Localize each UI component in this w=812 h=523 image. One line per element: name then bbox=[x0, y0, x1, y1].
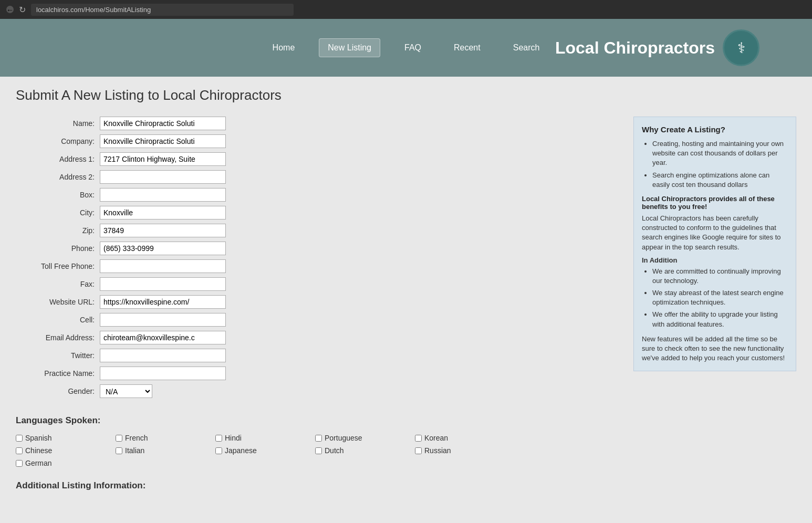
nav-home[interactable]: Home bbox=[264, 39, 304, 57]
lang-french-checkbox[interactable] bbox=[116, 435, 122, 442]
name-row: Name: bbox=[16, 117, 623, 130]
lang-german-label: German bbox=[25, 459, 52, 467]
lang-italian-label: Italian bbox=[125, 446, 144, 455]
address-bar[interactable]: localchiros.com/Home/SubmitAListing bbox=[31, 4, 294, 16]
city-row: City: bbox=[16, 206, 623, 219]
lang-japanese-checkbox[interactable] bbox=[215, 447, 222, 454]
lang-japanese: Japanese bbox=[215, 446, 315, 455]
phone-row: Phone: bbox=[16, 242, 623, 255]
name-label: Name: bbox=[16, 119, 100, 128]
box-label: Box: bbox=[16, 191, 100, 199]
infobox-bullet1-0: Creating, hosting and maintaining your o… bbox=[652, 139, 788, 168]
languages-section: Languages Spoken: Spanish French Hindi P… bbox=[16, 415, 796, 467]
address2-row: Address 2: bbox=[16, 170, 623, 184]
nav-new-listing[interactable]: New Listing bbox=[319, 38, 380, 57]
brand-title: Local Chiropractors bbox=[555, 38, 715, 58]
form-section: Name: Company: Address 1: Address 2: Box… bbox=[16, 117, 623, 402]
infobox-footer: New features will be added all the time … bbox=[642, 334, 788, 363]
email-label: Email Address: bbox=[16, 333, 100, 342]
practice-label: Practice Name: bbox=[16, 369, 100, 378]
lang-hindi-checkbox[interactable] bbox=[215, 435, 222, 442]
nav-faq[interactable]: FAQ bbox=[396, 39, 430, 57]
website-label: Website URL: bbox=[16, 298, 100, 306]
address2-label: Address 2: bbox=[16, 173, 100, 181]
infobox-highlight: Local Chiropractors provides all of thes… bbox=[642, 195, 788, 211]
nav-recent[interactable]: Recent bbox=[445, 39, 489, 57]
name-input[interactable] bbox=[100, 117, 226, 130]
address1-row: Address 1: bbox=[16, 152, 623, 166]
practice-row: Practice Name: bbox=[16, 367, 623, 380]
lang-russian: Russian bbox=[415, 446, 515, 455]
brand: Local Chiropractors ⚕ bbox=[555, 29, 759, 66]
browser-back-btn[interactable]: ← bbox=[6, 6, 14, 13]
infobox-bullet1-1: Search engine optimizations alone can ea… bbox=[652, 171, 788, 190]
company-label: Company: bbox=[16, 137, 100, 145]
lang-korean-checkbox[interactable] bbox=[415, 435, 422, 442]
twitter-input[interactable] bbox=[100, 349, 226, 362]
additional-title: Additional Listing Information: bbox=[16, 480, 796, 491]
lang-spanish-label: Spanish bbox=[25, 434, 52, 442]
lang-spanish: Spanish bbox=[16, 434, 116, 442]
lang-portuguese-checkbox[interactable] bbox=[315, 435, 322, 442]
lang-hindi-label: Hindi bbox=[225, 434, 242, 442]
box-input[interactable] bbox=[100, 188, 226, 202]
lang-french-label: French bbox=[125, 434, 148, 442]
additional-section: Additional Listing Information: bbox=[16, 480, 796, 491]
lang-russian-label: Russian bbox=[424, 446, 451, 455]
lang-chinese-label: Chinese bbox=[25, 446, 52, 455]
lang-italian: Italian bbox=[116, 446, 215, 455]
navbar: Home New Listing FAQ Recent Search Local… bbox=[0, 19, 812, 77]
address1-input[interactable] bbox=[100, 152, 226, 166]
lang-dutch: Dutch bbox=[315, 446, 415, 455]
info-box: Why Create A Listing? Creating, hosting … bbox=[633, 117, 796, 371]
lang-chinese-checkbox[interactable] bbox=[16, 447, 23, 454]
nav-search[interactable]: Search bbox=[505, 39, 548, 57]
phone-label: Phone: bbox=[16, 244, 100, 253]
infobox-bullet2-0: We are committed to continually improvin… bbox=[652, 267, 788, 286]
zip-label: Zip: bbox=[16, 226, 100, 235]
zip-row: Zip: bbox=[16, 224, 623, 237]
lang-chinese: Chinese bbox=[16, 446, 116, 455]
company-input[interactable] bbox=[100, 134, 226, 148]
lang-portuguese: Portuguese bbox=[315, 434, 415, 442]
city-input[interactable] bbox=[100, 206, 226, 219]
address1-label: Address 1: bbox=[16, 155, 100, 163]
lang-hindi: Hindi bbox=[215, 434, 315, 442]
lang-german: German bbox=[16, 459, 116, 467]
email-input[interactable] bbox=[100, 331, 226, 344]
lang-french: French bbox=[116, 434, 215, 442]
lang-dutch-label: Dutch bbox=[325, 446, 344, 455]
infobox-bullet2-1: We stay abreast of the latest search eng… bbox=[652, 288, 788, 307]
tollfree-input[interactable] bbox=[100, 259, 226, 273]
address2-input[interactable] bbox=[100, 170, 226, 184]
page-title: Submit A New Listing to Local Chiropract… bbox=[16, 87, 796, 103]
phone-input[interactable] bbox=[100, 242, 226, 255]
infobox-bullets2: We are committed to continually improvin… bbox=[642, 267, 788, 329]
gender-select[interactable]: N/A Male Female bbox=[100, 384, 152, 398]
cell-input[interactable] bbox=[100, 313, 226, 327]
fax-input[interactable] bbox=[100, 277, 226, 291]
lang-german-checkbox[interactable] bbox=[16, 460, 23, 467]
lang-spanish-checkbox[interactable] bbox=[16, 435, 23, 442]
box-row: Box: bbox=[16, 188, 623, 202]
lang-italian-checkbox[interactable] bbox=[116, 447, 122, 454]
tollfree-label: Toll Free Phone: bbox=[16, 262, 100, 270]
lang-japanese-label: Japanese bbox=[225, 446, 257, 455]
browser-bar: ← ↻ localchiros.com/Home/SubmitAListing bbox=[0, 0, 812, 19]
lang-dutch-checkbox[interactable] bbox=[315, 447, 322, 454]
zip-input[interactable] bbox=[100, 224, 226, 237]
form-layout: Name: Company: Address 1: Address 2: Box… bbox=[16, 117, 796, 402]
gender-row: Gender: N/A Male Female bbox=[16, 384, 623, 398]
infobox-in-addition: In Addition bbox=[642, 256, 788, 264]
browser-refresh-btn[interactable]: ↻ bbox=[19, 5, 26, 15]
practice-input[interactable] bbox=[100, 367, 226, 380]
cell-row: Cell: bbox=[16, 313, 623, 327]
lang-russian-checkbox[interactable] bbox=[415, 447, 422, 454]
lang-korean: Korean bbox=[415, 434, 515, 442]
website-input[interactable] bbox=[100, 295, 226, 309]
city-label: City: bbox=[16, 208, 100, 217]
fax-label: Fax: bbox=[16, 280, 100, 288]
twitter-label: Twitter: bbox=[16, 351, 100, 360]
languages-grid: Spanish French Hindi Portuguese Korean C… bbox=[16, 434, 796, 467]
fax-row: Fax: bbox=[16, 277, 623, 291]
